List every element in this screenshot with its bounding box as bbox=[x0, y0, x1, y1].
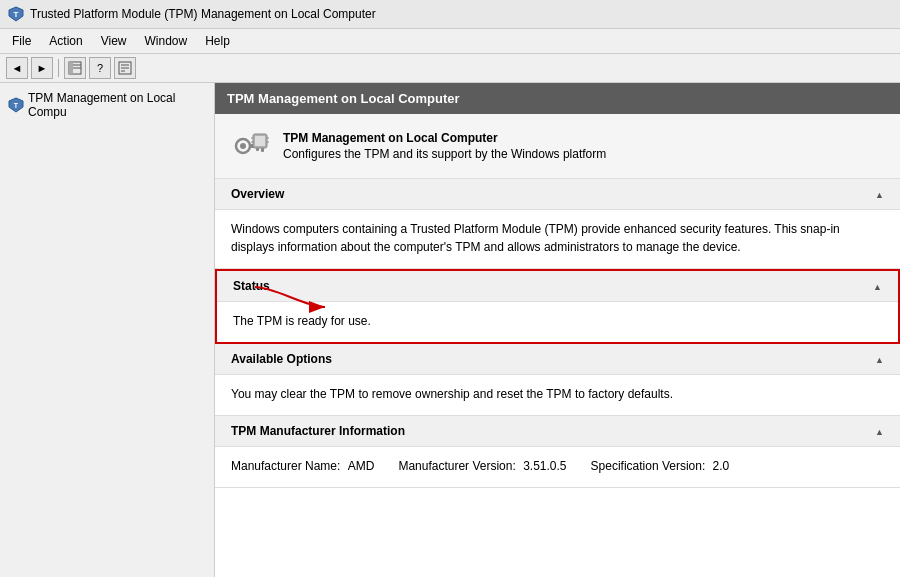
toolbar: ◄ ► ? bbox=[0, 54, 900, 83]
svg-rect-3 bbox=[69, 62, 73, 74]
help-button[interactable]: ? bbox=[89, 57, 111, 79]
sidebar-tpm-icon: T bbox=[8, 97, 24, 113]
spec-version-pair: Specification Version: 2.0 bbox=[591, 457, 730, 475]
manufacturer-name-pair: Manufacturer Name: AMD bbox=[231, 457, 374, 475]
menu-bar: File Action View Window Help bbox=[0, 29, 900, 54]
window-icon: T bbox=[8, 6, 24, 22]
main-layout: T TPM Management on Local Compu TPM Mana… bbox=[0, 83, 900, 577]
content-header: TPM Management on Local Computer bbox=[215, 83, 900, 114]
svg-text:T: T bbox=[14, 10, 19, 19]
content-intro-description: Configures the TPM and its support by th… bbox=[283, 147, 606, 161]
window-title: Trusted Platform Module (TPM) Management… bbox=[30, 7, 376, 21]
annotation-container: Status The TPM is ready for use. bbox=[215, 269, 900, 344]
section-overview: Overview Windows computers containing a … bbox=[215, 179, 900, 269]
manufacturer-name-label: Manufacturer Name: bbox=[231, 459, 340, 473]
spec-version-label: Specification Version: bbox=[591, 459, 706, 473]
manufacturer-info-row: Manufacturer Name: AMD Manufacturer Vers… bbox=[231, 457, 884, 475]
manufacturer-name-value: AMD bbox=[348, 459, 375, 473]
section-overview-header[interactable]: Overview bbox=[215, 179, 900, 210]
section-tpm-manufacturer-header[interactable]: TPM Manufacturer Information bbox=[215, 416, 900, 447]
sidebar: T TPM Management on Local Compu bbox=[0, 83, 215, 577]
properties-icon bbox=[118, 61, 132, 75]
chevron-up-icon bbox=[875, 187, 884, 201]
svg-text:T: T bbox=[14, 102, 19, 109]
menu-help[interactable]: Help bbox=[197, 31, 238, 51]
title-bar: T Trusted Platform Module (TPM) Manageme… bbox=[0, 0, 900, 29]
manufacturer-chevron-up-icon bbox=[875, 424, 884, 438]
menu-action[interactable]: Action bbox=[41, 31, 90, 51]
manufacturer-version-value: 3.51.0.5 bbox=[523, 459, 566, 473]
menu-window[interactable]: Window bbox=[137, 31, 196, 51]
content-area: TPM Management on Local Computer bbox=[215, 83, 900, 577]
console-root-button[interactable] bbox=[64, 57, 86, 79]
section-available-options-content: You may clear the TPM to remove ownershi… bbox=[215, 375, 900, 415]
section-available-options: Available Options You may clear the TPM … bbox=[215, 344, 900, 416]
sidebar-item-tpm[interactable]: T TPM Management on Local Compu bbox=[0, 87, 214, 123]
menu-file[interactable]: File bbox=[4, 31, 39, 51]
tpm-main-icon bbox=[231, 126, 271, 166]
options-chevron-up-icon bbox=[875, 352, 884, 366]
properties-button[interactable] bbox=[114, 57, 136, 79]
spec-version-value: 2.0 bbox=[713, 459, 730, 473]
manufacturer-version-label: Manufacturer Version: bbox=[398, 459, 515, 473]
status-chevron-up-icon bbox=[873, 279, 882, 293]
svg-point-13 bbox=[240, 143, 246, 149]
sidebar-item-label: TPM Management on Local Compu bbox=[28, 91, 206, 119]
section-overview-content: Windows computers containing a Trusted P… bbox=[215, 210, 900, 268]
content-intro-text: TPM Management on Local Computer Configu… bbox=[283, 131, 606, 161]
menu-view[interactable]: View bbox=[93, 31, 135, 51]
toolbar-separator-1 bbox=[58, 59, 59, 77]
svg-rect-15 bbox=[261, 148, 264, 152]
manufacturer-version-pair: Manufacturer Version: 3.51.0.5 bbox=[398, 457, 566, 475]
back-button[interactable]: ◄ bbox=[6, 57, 28, 79]
console-icon bbox=[68, 61, 82, 75]
forward-button[interactable]: ► bbox=[31, 57, 53, 79]
annotation-arrow bbox=[245, 277, 335, 327]
content-intro-title: TPM Management on Local Computer bbox=[283, 131, 606, 145]
section-tpm-manufacturer-content: Manufacturer Name: AMD Manufacturer Vers… bbox=[215, 447, 900, 487]
section-tpm-manufacturer: TPM Manufacturer Information Manufacture… bbox=[215, 416, 900, 488]
content-intro: TPM Management on Local Computer Configu… bbox=[215, 114, 900, 179]
svg-rect-18 bbox=[255, 136, 265, 146]
section-available-options-header[interactable]: Available Options bbox=[215, 344, 900, 375]
